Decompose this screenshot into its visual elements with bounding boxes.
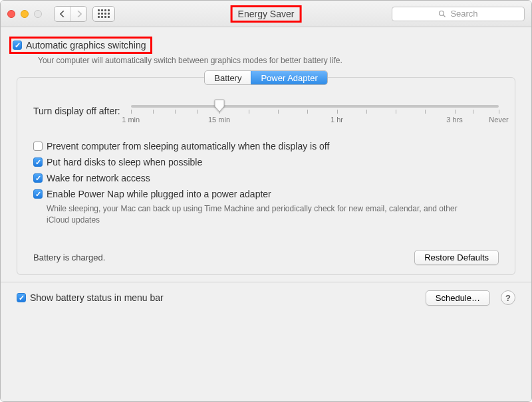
settings-panel: Battery Power Adapter Turn display off a… <box>17 77 515 275</box>
tick-1hr: 1 hr <box>331 116 343 124</box>
svg-point-0 <box>440 11 444 15</box>
window-title-highlight: Energy Saver <box>231 5 302 23</box>
forward-button <box>70 7 86 21</box>
nav-back-forward <box>54 6 87 22</box>
tick-3hrs: 3 hrs <box>446 116 462 124</box>
zoom-window-button <box>34 10 42 18</box>
auto-graphics-checkbox-row[interactable]: Automatic graphics switching <box>13 40 146 50</box>
tick-15min: 15 min <box>208 116 230 124</box>
display-sleep-slider[interactable]: 1 min 15 min 1 hr 3 hrs Never <box>131 101 499 121</box>
wake-network-row[interactable]: Wake for network access <box>33 173 499 183</box>
power-nap-row[interactable]: Enable Power Nap while plugged into a po… <box>33 189 499 199</box>
restore-defaults-button[interactable]: Restore Defaults <box>414 250 499 265</box>
show-battery-status-label: Show battery status in menu bar <box>30 292 164 303</box>
content-area: Automatic graphics switching Your comput… <box>1 27 531 402</box>
window-title: Energy Saver <box>238 9 295 19</box>
schedule-button[interactable]: Schedule… <box>426 290 490 306</box>
tab-power-adapter[interactable]: Power Adapter <box>251 71 327 84</box>
show-battery-status-checkbox[interactable] <box>17 293 26 302</box>
tab-control: Battery Power Adapter <box>204 70 327 85</box>
show-all-button[interactable] <box>92 6 115 22</box>
slider-track-line <box>131 105 499 108</box>
wake-network-label: Wake for network access <box>47 173 150 183</box>
close-window-button[interactable] <box>7 10 15 18</box>
traffic-lights <box>7 10 42 18</box>
tick-1min: 1 min <box>122 116 140 124</box>
auto-graphics-highlight: Automatic graphics switching <box>9 37 152 54</box>
search-icon <box>438 10 446 18</box>
prevent-sleep-row[interactable]: Prevent computer from sleeping automatic… <box>33 141 499 151</box>
auto-graphics-checkbox[interactable] <box>13 41 22 50</box>
search-field[interactable]: Search <box>392 7 525 21</box>
toolbar: Energy Saver Search <box>1 1 531 27</box>
prevent-sleep-label: Prevent computer from sleeping automatic… <box>47 141 329 151</box>
panel-footer: Battery is charged. Restore Defaults <box>17 226 515 265</box>
power-nap-description: While sleeping, your Mac can back up usi… <box>47 203 459 226</box>
search-placeholder: Search <box>450 9 477 19</box>
grid-icon <box>98 9 110 18</box>
auto-graphics-section: Automatic graphics switching Your comput… <box>1 27 531 68</box>
display-sleep-slider-row: Turn display off after: 1 min 15 <box>17 85 515 121</box>
prevent-sleep-checkbox[interactable] <box>33 142 43 151</box>
minimize-window-button[interactable] <box>21 10 29 18</box>
harddisks-sleep-checkbox[interactable] <box>33 157 43 167</box>
auto-graphics-description: Your computer will automatically switch … <box>38 56 521 65</box>
footer-row: Show battery status in menu bar Schedule… <box>1 282 531 306</box>
slider-thumb[interactable] <box>214 99 225 112</box>
help-button[interactable]: ? <box>501 290 515 305</box>
display-sleep-label: Turn display off after: <box>33 106 120 116</box>
power-nap-checkbox[interactable] <box>33 189 43 199</box>
options-list: Prevent computer from sleeping automatic… <box>17 121 515 226</box>
back-button[interactable] <box>55 7 70 21</box>
svg-line-1 <box>444 15 446 17</box>
tab-battery[interactable]: Battery <box>205 71 251 84</box>
harddisks-sleep-label: Put hard disks to sleep when possible <box>47 157 202 167</box>
auto-graphics-label: Automatic graphics switching <box>26 40 146 50</box>
tick-never: Never <box>489 116 508 124</box>
battery-status: Battery is charged. <box>33 252 105 262</box>
power-nap-label: Enable Power Nap while plugged into a po… <box>47 189 271 199</box>
wake-network-checkbox[interactable] <box>33 173 43 183</box>
show-battery-status-row[interactable]: Show battery status in menu bar <box>17 292 164 303</box>
harddisks-sleep-row[interactable]: Put hard disks to sleep when possible <box>33 157 499 167</box>
